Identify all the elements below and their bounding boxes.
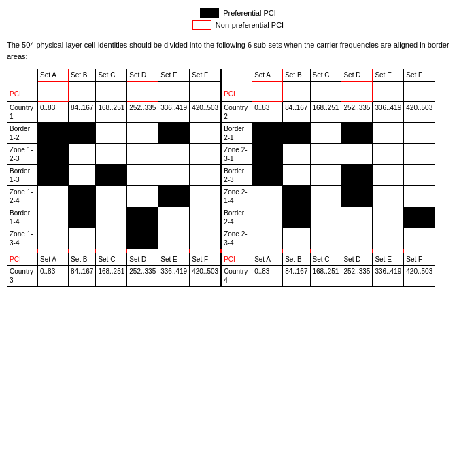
zone123-row: Zone 1-2-3 bbox=[7, 144, 221, 165]
b21-c bbox=[310, 123, 341, 144]
z124-e bbox=[158, 186, 190, 207]
z134-a bbox=[38, 228, 69, 249]
b12-c bbox=[96, 123, 127, 144]
b12-b bbox=[69, 123, 96, 144]
zone234-row: Zone 2-3-4 bbox=[222, 228, 435, 249]
bottom-setE-left: Set E bbox=[158, 253, 190, 266]
z231-d bbox=[341, 144, 373, 165]
z234-d bbox=[341, 228, 373, 249]
zone231-row: Zone 2-3-1 bbox=[222, 144, 435, 165]
zone234-label: Zone 2-3-4 bbox=[222, 228, 252, 249]
set-f-header-right: Set F bbox=[404, 69, 435, 82]
z234-c bbox=[310, 228, 341, 249]
z234-a bbox=[252, 228, 283, 249]
b24-d bbox=[341, 207, 373, 228]
b12-f bbox=[190, 123, 221, 144]
bottom-setE-right: Set E bbox=[373, 253, 404, 266]
border12-row: Border 1-2 bbox=[7, 123, 221, 144]
b23-a bbox=[252, 165, 283, 186]
zone124-label: Zone 1-2-4 bbox=[7, 186, 38, 207]
set-a-header-right: Set A bbox=[252, 69, 283, 82]
c4-setC: 168..251 bbox=[310, 266, 341, 287]
legend: Preferential PCI Non-preferential PCI bbox=[7, 7, 469, 31]
left-table: PCI Set A Set B Set C Set D Set E Set F … bbox=[7, 69, 221, 287]
set-e-header-left: Set E bbox=[158, 69, 190, 82]
legend-box-black bbox=[200, 8, 219, 18]
z231-a bbox=[252, 144, 283, 165]
border23-label: Border 2-3 bbox=[222, 165, 252, 186]
bottom-setF-right: Set F bbox=[404, 253, 435, 266]
bottom-setD-right: Set D bbox=[341, 253, 373, 266]
z134-b bbox=[69, 228, 96, 249]
b21-d bbox=[341, 123, 373, 144]
bottom-setB-right: Set B bbox=[283, 253, 310, 266]
bottom-setA-left: Set A bbox=[38, 253, 69, 266]
c3-setE: 336..419 bbox=[158, 266, 190, 287]
z134-d bbox=[127, 228, 158, 249]
c1-setC: 168..251 bbox=[96, 102, 127, 123]
z214-e bbox=[373, 186, 404, 207]
b13-b bbox=[69, 165, 96, 186]
country4-label: Country 4 bbox=[222, 266, 252, 287]
b14-a bbox=[38, 207, 69, 228]
legend-label-nonpreferential: Non-preferential PCI bbox=[216, 21, 284, 29]
z214-a bbox=[252, 186, 283, 207]
z123-d bbox=[127, 144, 158, 165]
set-e-header-right: Set E bbox=[373, 69, 404, 82]
bottom-pci-header-right: PCI Set A Set B Set C Set D Set E Set F bbox=[222, 253, 435, 266]
b21-f bbox=[404, 123, 435, 144]
header-row2-right bbox=[222, 82, 435, 102]
country2-row: Country 2 0..83 84..167 168..251 252..33… bbox=[222, 102, 435, 123]
country3-row: Country 3 0..83 84..167 168..251 252..33… bbox=[7, 266, 221, 287]
z214-f bbox=[404, 186, 435, 207]
bottom-pci-label-right: PCI bbox=[222, 253, 252, 266]
legend-item-nonpreferential: Non-preferential PCI bbox=[192, 20, 284, 30]
b23-c bbox=[310, 165, 341, 186]
border13-row: Border 1-3 bbox=[7, 165, 221, 186]
b23-d bbox=[341, 165, 373, 186]
zone231-label: Zone 2-3-1 bbox=[222, 144, 252, 165]
border14-row: Border 1-4 bbox=[7, 207, 221, 228]
z124-f bbox=[190, 186, 221, 207]
border13-label: Border 1-3 bbox=[7, 165, 38, 186]
b14-d bbox=[127, 207, 158, 228]
zone214-row: Zone 2-1-4 bbox=[222, 186, 435, 207]
z214-c bbox=[310, 186, 341, 207]
c1-setD: 252..335 bbox=[127, 102, 158, 123]
pci-label-right: PCI bbox=[222, 69, 252, 102]
set-b-header-left: Set B bbox=[69, 69, 96, 82]
b13-c bbox=[96, 165, 127, 186]
b14-e bbox=[158, 207, 190, 228]
z134-f bbox=[190, 228, 221, 249]
z123-c bbox=[96, 144, 127, 165]
c4-setA: 0..83 bbox=[252, 266, 283, 287]
bottom-setD-left: Set D bbox=[127, 253, 158, 266]
zone214-label: Zone 2-1-4 bbox=[222, 186, 252, 207]
b14-c bbox=[96, 207, 127, 228]
zone124-row: Zone 1-2-4 bbox=[7, 186, 221, 207]
z231-e bbox=[373, 144, 404, 165]
z124-c bbox=[96, 186, 127, 207]
z124-a bbox=[38, 186, 69, 207]
b13-a bbox=[38, 165, 69, 186]
description-text: The 504 physical-layer cell-identities s… bbox=[7, 39, 469, 62]
border23-row: Border 2-3 bbox=[222, 165, 435, 186]
legend-box-white bbox=[192, 20, 211, 30]
border24-row: Border 2-4 bbox=[222, 207, 435, 228]
set-c-header-left: Set C bbox=[96, 69, 127, 82]
c3-setB: 84..167 bbox=[69, 266, 96, 287]
z123-f bbox=[190, 144, 221, 165]
z123-a bbox=[38, 144, 69, 165]
border24-label: Border 2-4 bbox=[222, 207, 252, 228]
set-d-header-right: Set D bbox=[341, 69, 373, 82]
c3-setA: 0..83 bbox=[38, 266, 69, 287]
b13-e bbox=[158, 165, 190, 186]
set-a-header-left: Set A bbox=[38, 69, 69, 82]
z214-b bbox=[283, 186, 310, 207]
z124-b bbox=[69, 186, 96, 207]
b14-f bbox=[190, 207, 221, 228]
set-f-header-left: Set F bbox=[190, 69, 221, 82]
b24-f bbox=[404, 207, 435, 228]
c2-setC: 168..251 bbox=[310, 102, 341, 123]
b12-e bbox=[158, 123, 190, 144]
